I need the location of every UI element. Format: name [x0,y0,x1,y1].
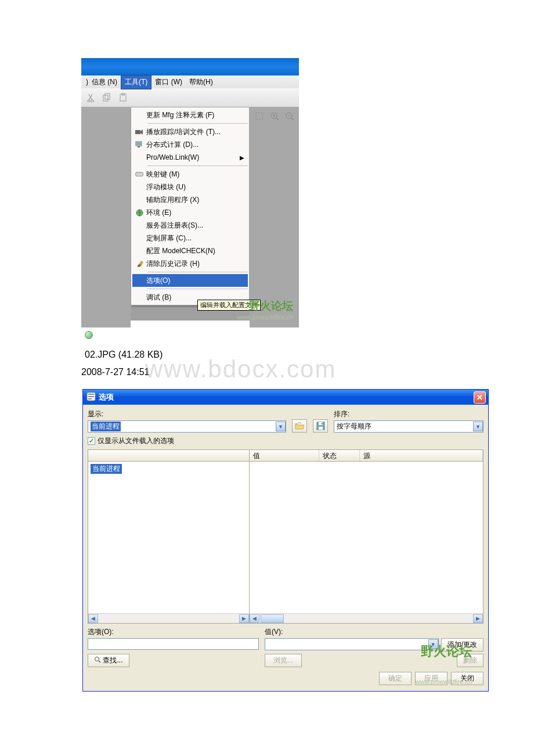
menu-clear-history[interactable]: 清除历史记录 (H) [132,257,248,270]
watermark-bdocx: www.bdocx.com [145,355,336,383]
col-source[interactable]: 源 [360,450,483,461]
find-button[interactable]: 查找... [88,654,129,667]
paste-icon[interactable] [117,92,129,103]
svg-rect-6 [136,142,141,145]
menu-aux-app[interactable]: 辅助应用程序 (X) [132,193,248,206]
menu-tools[interactable]: 工具(T) [121,75,151,89]
svg-rect-23 [88,396,94,397]
file-timestamp: 2008-7-27 14:51 www.bdocx.com [81,367,534,377]
svg-line-15 [276,118,279,120]
refit-icon[interactable] [254,110,265,122]
right-panel-gray [250,107,299,327]
find-label: 查找... [103,656,122,665]
submenu-arrow-icon: ▶ [240,154,244,161]
copy-icon[interactable] [101,92,113,103]
svg-rect-22 [88,394,94,395]
dropdown-arrow-icon[interactable]: ▼ [276,422,286,431]
close-x-icon: ✕ [477,393,483,402]
right-scrollbar[interactable]: ◀ ▶ [250,613,483,623]
watermark-text: 野火论坛 [81,298,299,314]
camera-icon [132,129,146,135]
tools-dropdown-menu: 更新 Mfg 注释元素 (F) 播放跟踪/培训文件 (T)... 分布式计算 [131,107,250,305]
close-button[interactable]: ✕ [474,391,486,404]
tree-node-current[interactable]: 当前进程 [91,464,122,474]
tree-left-header [88,450,249,462]
scroll-left-icon[interactable]: ◀ [250,614,259,623]
sort-value: 按字母顺序 [337,422,371,431]
menu-separator [147,165,248,166]
sort-dropdown[interactable]: 按字母顺序 ▼ [334,420,484,433]
tree-right-content[interactable] [250,462,483,613]
left-scrollbar[interactable]: ◀ ▶ [88,613,249,623]
tree-right-panel: 值 状态 源 ◀ ▶ [250,450,483,623]
scroll-right-icon[interactable]: ▶ [473,614,483,623]
computer-icon [132,141,146,148]
tree-content[interactable]: 当前进程 [88,462,249,613]
option-input[interactable] [88,638,259,650]
menu-server-reg[interactable]: 服务器注册表(S)... [132,219,248,232]
checkbox-icon: ✓ [88,437,95,445]
tree-left-panel: 当前进程 ◀ ▶ [88,450,250,623]
value-label: 值(V): [265,627,484,637]
zoom-in-icon[interactable] [269,110,280,122]
col-value[interactable]: 值 [250,450,319,461]
svg-rect-0 [103,95,108,101]
menu-float-module[interactable]: 浮动模块 (U) [132,181,248,193]
menu-distributed[interactable]: 分布式计算 (D)... [132,138,248,151]
bullet-icon [85,331,93,339]
dialog-watermark-url: www.proewildfire.cn [416,678,472,685]
timestamp-text: 2008-7-27 14:51 [81,367,149,377]
keyboard-icon [132,171,146,177]
menu-weblink[interactable]: Pro/Web.Link(W) ▶ [132,151,248,164]
menu-separator [147,289,248,289]
svg-rect-13 [256,113,263,120]
menu-help[interactable]: 帮助(H) [186,75,217,89]
globe-icon [132,209,146,217]
show-value: 当前进程 [91,422,121,431]
dialog-icon [86,392,96,403]
file-name: 02.JPG [85,350,116,359]
show-dropdown[interactable]: 当前进程 ▼ [88,420,286,433]
cut-icon[interactable] [85,92,96,103]
save-button[interactable] [313,419,328,433]
show-loaded-checkbox[interactable]: ✓ 仅显示从文件载入的选项 [88,436,484,446]
menu-update-mfg[interactable]: 更新 Mfg 注释元素 (F) [132,109,248,121]
svg-rect-9 [137,174,138,175]
options-dialog: 选项 ✕ 显示: 当前进程 ▼ [82,389,489,692]
show-label: 显示: [88,409,286,419]
option-label: 选项(O): [88,627,259,637]
svg-rect-7 [138,146,140,147]
value-dropdown[interactable]: ▼ [265,638,439,650]
svg-line-19 [291,118,294,120]
menu-info[interactable]: 信息 (N) [88,75,121,89]
menu-environment[interactable]: 环境 (E) [132,206,248,219]
svg-rect-24 [88,398,92,399]
col-status[interactable]: 状态 [319,450,360,461]
tree-columns: 值 状态 源 [250,450,483,462]
sort-label: 排序: [334,409,484,419]
menubar: ) 信息 (N) 工具(T) 窗口 (W) 帮助(H) [81,75,299,88]
open-file-button[interactable] [292,419,307,433]
scroll-right-icon[interactable]: ▶ [239,614,249,623]
broom-icon [132,260,146,268]
menu-window[interactable]: 窗口 (W) [151,75,186,89]
svg-rect-28 [322,423,323,424]
scroll-left-icon[interactable]: ◀ [88,614,98,623]
dialog-titlebar: 选项 ✕ [83,390,488,405]
menu-mapkeys[interactable]: 映射键 (M) [132,168,248,181]
scroll-thumb[interactable] [261,614,284,623]
ok-button[interactable]: 确定 [379,672,412,685]
menu-customize-screen[interactable]: 定制屏幕 (C)... [132,232,248,244]
svg-line-30 [99,661,100,663]
menu-options[interactable]: 选项(O) [132,274,248,287]
svg-rect-11 [140,174,142,175]
window-titlebar [81,58,299,75]
zoom-out-icon[interactable] [284,110,295,122]
svg-rect-10 [139,174,140,175]
browse-button[interactable]: 浏览... [265,654,302,667]
menu-separator [147,123,248,124]
svg-rect-1 [105,93,110,99]
menu-modelcheck[interactable]: 配置 ModelCHECK(N) [132,244,248,257]
menu-play-trail[interactable]: 播放跟踪/培训文件 (T)... [132,125,248,138]
dropdown-arrow-icon[interactable]: ▼ [473,422,483,431]
